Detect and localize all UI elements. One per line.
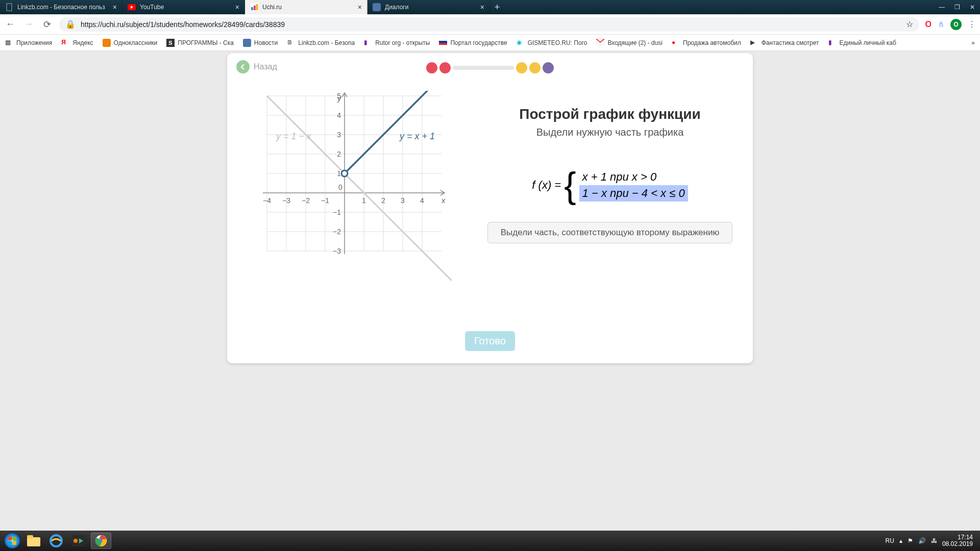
star-icon[interactable]: ☆ xyxy=(906,19,913,29)
svg-text:−2: −2 xyxy=(302,196,310,205)
lock-icon: 🔒 xyxy=(65,19,76,29)
bookmarks-overflow[interactable]: » xyxy=(971,39,975,46)
new-tab-button[interactable]: + xyxy=(490,0,504,14)
graph-canvas[interactable]: y = 1 − x y = x + 1 y x −4 −3 −2 −1 0 1 … xyxy=(248,91,467,295)
tab-dialogs[interactable]: Диалоги × xyxy=(368,0,490,14)
progress-dot-done xyxy=(439,62,451,73)
tray-network-icon[interactable]: 🖧 xyxy=(931,537,937,544)
close-icon[interactable]: × xyxy=(113,3,117,11)
tray-lang[interactable]: RU xyxy=(886,537,894,544)
bookmark-ok[interactable]: Одноклассники xyxy=(103,39,158,47)
svg-text:S: S xyxy=(169,40,173,46)
close-icon[interactable]: × xyxy=(235,3,239,11)
opera-ext-icon[interactable]: O xyxy=(925,20,932,29)
progress-segment xyxy=(453,66,514,70)
url-text: https://uchi.ru/subject/1/students/homew… xyxy=(81,20,285,29)
svg-rect-12 xyxy=(439,39,447,41)
bookmark-rutor[interactable]: ▮Rutor org - открыты xyxy=(364,39,430,47)
svg-rect-4 xyxy=(251,7,253,10)
page-icon xyxy=(5,3,13,11)
progress-dot-done xyxy=(426,62,437,73)
ru-flag-icon xyxy=(439,39,447,47)
function-definition: f (x) = { x + 1 при x > 0 1 − x при − 4 … xyxy=(487,169,732,202)
forward-nav-button[interactable]: → xyxy=(22,19,35,30)
svg-text:3: 3 xyxy=(337,131,341,139)
svg-rect-58 xyxy=(27,535,33,538)
close-icon[interactable]: × xyxy=(358,3,362,11)
menu-icon[interactable]: ⋮ xyxy=(968,19,976,29)
address-bar[interactable]: 🔒 https://uchi.ru/subject/1/students/hom… xyxy=(59,17,919,32)
case-2-selected[interactable]: 1 − x при − 4 < x ≤ 0 xyxy=(579,185,688,202)
start-button[interactable] xyxy=(3,532,21,550)
svg-point-56 xyxy=(5,533,20,548)
hint-message: Выдели часть, соответствующую второму вы… xyxy=(487,222,732,243)
svg-text:−4: −4 xyxy=(263,196,271,205)
bookmark-gismeteo[interactable]: ◉GISMETEO.RU: Пого xyxy=(517,39,587,47)
line2-label: y = x + 1 xyxy=(399,131,435,141)
bookmark-news[interactable]: Новости xyxy=(243,39,278,47)
progress-indicator xyxy=(426,62,554,73)
svg-line-35 xyxy=(345,91,452,173)
task-panel: Построй график функции Выдели нужную час… xyxy=(487,91,732,295)
svg-text:−3: −3 xyxy=(333,247,341,255)
svg-text:−1: −1 xyxy=(333,208,341,216)
tray-caret-icon[interactable]: ▴ xyxy=(899,537,902,544)
line1-label: y = 1 − x xyxy=(275,131,312,141)
svg-rect-0 xyxy=(7,4,12,11)
brace-icon: { xyxy=(564,170,576,201)
back-button[interactable]: Назад xyxy=(236,60,277,73)
chevron-left-icon xyxy=(236,60,250,73)
tab-linkzb[interactable]: Linkzb.com - Безопасное польз × xyxy=(0,0,122,14)
tab-uchi[interactable]: Uchi.ru × xyxy=(245,0,368,14)
tray-volume-icon[interactable]: 🔊 xyxy=(918,537,926,544)
bookmark-gmail[interactable]: Входящие (2) - dusi xyxy=(596,39,663,47)
bookmark-lk[interactable]: ▮Единый личный каб xyxy=(828,39,896,47)
taskbar-ie[interactable] xyxy=(46,533,66,549)
lk-icon: ▮ xyxy=(828,39,837,47)
svg-rect-11 xyxy=(243,39,251,47)
window-controls: — ❐ ✕ xyxy=(934,0,980,14)
bookmark-apps[interactable]: ▦Приложения xyxy=(5,39,52,47)
bookmark-programs[interactable]: SПРОГРАММЫ - Ска xyxy=(166,39,234,47)
minimize-button[interactable]: — xyxy=(934,0,949,14)
case-1[interactable]: x + 1 при x > 0 xyxy=(579,169,688,185)
tray-flag-icon[interactable]: ⚑ xyxy=(908,537,913,544)
close-icon[interactable]: × xyxy=(480,3,484,11)
close-window-button[interactable]: ✕ xyxy=(965,0,980,14)
rutor-icon: ▮ xyxy=(364,39,372,47)
svg-text:1: 1 xyxy=(362,196,366,205)
svg-rect-6 xyxy=(256,4,258,10)
bookmarks-bar: ▦Приложения ЯЯндекс Одноклассники SПРОГР… xyxy=(0,35,980,51)
taskbar-mediaplayer[interactable] xyxy=(68,533,89,549)
tab-label: YouTube xyxy=(140,4,164,11)
gismeteo-icon: ◉ xyxy=(517,39,525,47)
task-subtitle: Выдели нужную часть графика xyxy=(487,127,732,138)
taskbar-explorer[interactable] xyxy=(23,533,44,549)
reload-button[interactable]: ⟳ xyxy=(41,19,53,30)
play-icon: ▶ xyxy=(750,39,758,47)
bookmark-fantasy[interactable]: ▶Фантастика смотрет xyxy=(750,39,819,47)
svg-text:x: x xyxy=(441,196,446,205)
taskbar-chrome[interactable] xyxy=(91,533,111,549)
done-button[interactable]: Готово xyxy=(465,331,515,351)
svg-text:0: 0 xyxy=(338,183,342,191)
tab-label: Uchi.ru xyxy=(262,4,282,11)
bookmark-yandex[interactable]: ЯЯндекс xyxy=(61,39,93,47)
svg-point-36 xyxy=(341,170,348,177)
svg-point-61 xyxy=(74,539,78,543)
bookmark-auto[interactable]: ●Продажа автомобил xyxy=(672,39,741,47)
bookmark-linkzb[interactable]: 🗎Linkzb.com - Безопа xyxy=(287,39,355,47)
svg-text:2: 2 xyxy=(381,196,385,205)
profile-avatar[interactable]: O xyxy=(950,19,962,30)
extension-icon[interactable]: ⋔ xyxy=(938,19,944,29)
bookmark-gosportal[interactable]: Портал государстве xyxy=(439,39,507,47)
svg-rect-8 xyxy=(103,39,111,47)
maximize-button[interactable]: ❐ xyxy=(949,0,965,14)
svg-rect-57 xyxy=(27,537,40,546)
progress-dot-pending xyxy=(543,62,554,73)
svg-rect-7 xyxy=(373,3,381,11)
tray-clock[interactable]: 17:14 08.02.2019 xyxy=(942,534,973,547)
back-nav-button[interactable]: ← xyxy=(4,19,16,30)
tab-youtube[interactable]: YouTube × xyxy=(122,0,245,14)
svg-text:4: 4 xyxy=(337,111,341,119)
